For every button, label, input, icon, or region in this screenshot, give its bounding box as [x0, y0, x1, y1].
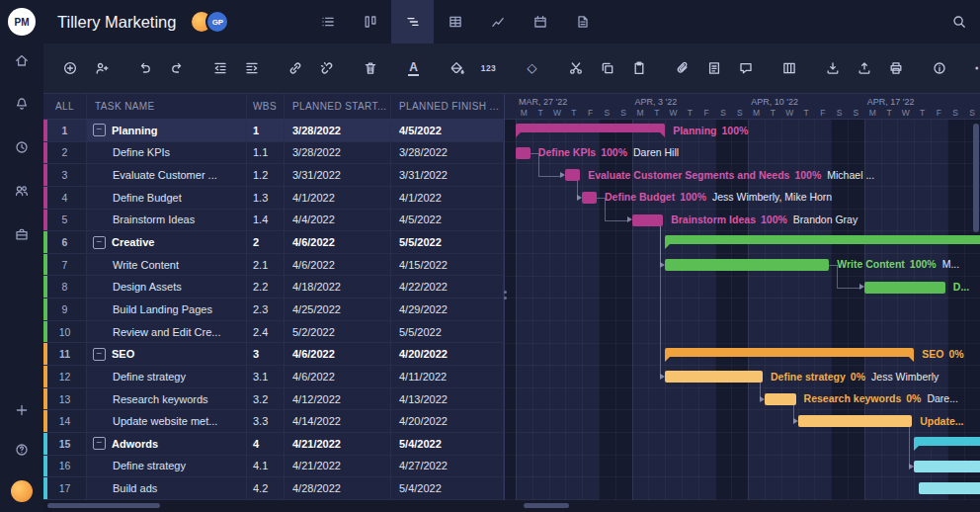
columns-button[interactable]	[780, 59, 797, 77]
task-name-cell[interactable]: Design Assets	[87, 276, 247, 298]
bell-icon[interactable]	[13, 95, 31, 113]
task-name-cell[interactable]: Define strategy	[87, 456, 247, 477]
outdent-button[interactable]	[211, 59, 228, 77]
table-row[interactable]: 7Write Content2.14/6/20224/15/2022	[43, 254, 504, 277]
planned-finish-cell[interactable]: 4/11/2022	[391, 366, 504, 387]
pm-logo[interactable]: PM	[8, 8, 36, 36]
wbs-cell[interactable]: 4.1	[247, 456, 285, 477]
tab-chart-view[interactable]	[476, 0, 519, 43]
table-row[interactable]: 4Define Budget1.34/1/20224/1/2022	[43, 187, 504, 210]
task-name-cell[interactable]: Define Budget	[87, 187, 247, 209]
table-row[interactable]: 12Define strategy3.14/6/20224/11/2022	[43, 366, 504, 388]
task-name-cell[interactable]: Research keywords	[87, 388, 247, 410]
import-button[interactable]	[824, 59, 841, 77]
planned-finish-cell[interactable]: 4/15/2022	[391, 254, 504, 276]
planned-start-cell[interactable]: 4/21/2022	[285, 456, 391, 477]
avatar-gp[interactable]: GP	[205, 10, 229, 34]
planned-start-cell[interactable]: 4/14/2022	[285, 410, 391, 432]
task-name-cell[interactable]: Build ads	[87, 477, 247, 499]
planned-start-cell[interactable]: 4/25/2022	[285, 299, 391, 320]
user-avatar[interactable]	[11, 480, 33, 502]
table-row[interactable]: 2Define KPIs1.13/28/20223/28/2022	[43, 142, 504, 165]
planned-finish-cell[interactable]: 5/5/2022	[391, 321, 504, 343]
textcolor-button[interactable]: A	[405, 59, 422, 77]
gantt-bar-row-3[interactable]	[565, 169, 580, 181]
wbs-cell[interactable]: 2.1	[247, 254, 285, 276]
collapse-icon[interactable]: −	[93, 236, 106, 249]
planned-finish-cell[interactable]: 3/28/2022	[391, 142, 504, 164]
table-row[interactable]: 9Build Landing Pages2.34/25/20224/29/202…	[43, 299, 504, 321]
table-row[interactable]: 11−SEO34/6/20224/20/2022	[43, 343, 504, 366]
planned-finish-cell[interactable]: 3/31/2022	[391, 164, 504, 186]
gantt-bar-row-17[interactable]	[919, 482, 980, 494]
wbs-cell[interactable]: 3.3	[247, 410, 285, 432]
header-all[interactable]: ALL	[43, 94, 87, 119]
table-row[interactable]: 5Brainstorm Ideas1.44/4/20224/5/2022	[43, 210, 504, 232]
wbs-cell[interactable]: 2	[247, 231, 285, 253]
header-planned-finish[interactable]: PLANNED FINISH ...	[391, 94, 504, 119]
table-row[interactable]: 1−Planning13/28/20224/5/2022	[43, 120, 504, 142]
wbs-cell[interactable]: 3.1	[247, 366, 285, 387]
wbs-cell[interactable]: 2.2	[247, 276, 285, 298]
bucket-button[interactable]	[449, 59, 465, 77]
plus-icon[interactable]	[13, 401, 31, 419]
trash-button[interactable]	[362, 59, 378, 77]
planned-start-cell[interactable]: 4/18/2022	[285, 276, 391, 298]
wbs-cell[interactable]: 2.3	[247, 299, 285, 320]
indent-button[interactable]	[243, 59, 260, 77]
header-task-name[interactable]: TASK NAME	[87, 94, 247, 119]
planned-finish-cell[interactable]: 4/22/2022	[391, 276, 504, 298]
gantt-bar-row-5[interactable]	[632, 214, 664, 226]
planned-start-cell[interactable]: 3/28/2022	[285, 142, 391, 164]
unlink-button[interactable]	[318, 59, 335, 77]
planned-start-cell[interactable]: 4/6/2022	[285, 366, 391, 387]
planned-start-cell[interactable]: 3/31/2022	[285, 164, 391, 186]
search-icon[interactable]	[950, 13, 968, 31]
planned-finish-cell[interactable]: 4/5/2022	[391, 210, 504, 231]
planned-start-cell[interactable]: 3/28/2022	[285, 120, 391, 141]
planned-finish-cell[interactable]: 4/1/2022	[391, 187, 504, 209]
gantt-bar-row-4[interactable]	[582, 192, 597, 204]
table-row[interactable]: 16Define strategy4.14/21/20224/27/2022	[43, 456, 504, 478]
planned-finish-cell[interactable]: 4/20/2022	[391, 343, 504, 365]
comment-button[interactable]	[737, 59, 754, 77]
tab-calendar-view[interactable]	[519, 0, 561, 43]
planned-start-cell[interactable]: 4/6/2022	[285, 343, 391, 365]
planned-finish-cell[interactable]: 5/4/2022	[391, 433, 504, 455]
header-planned-start[interactable]: PLANNED START...	[285, 94, 391, 119]
copy-button[interactable]	[599, 59, 615, 77]
n123-button[interactable]: 123	[480, 59, 497, 77]
gantt-bar-row-15[interactable]	[914, 437, 980, 446]
wbs-cell[interactable]: 2.4	[247, 321, 285, 343]
task-name-cell[interactable]: Brainstorm Ideas	[87, 210, 247, 231]
table-row[interactable]: 13Research keywords3.24/12/20224/13/2022	[43, 388, 504, 411]
planned-start-cell[interactable]: 5/2/2022	[285, 321, 391, 343]
collapse-icon[interactable]: −	[93, 348, 106, 361]
home-icon[interactable]	[13, 51, 31, 69]
table-row[interactable]: 8Design Assets2.24/18/20224/22/2022	[43, 276, 504, 299]
assign-button[interactable]	[93, 59, 110, 77]
wbs-cell[interactable]: 1.2	[247, 164, 285, 186]
wbs-cell[interactable]: 1.1	[247, 142, 285, 164]
gantt-bar-row-14[interactable]	[798, 415, 913, 427]
header-wbs[interactable]: WBS	[247, 94, 285, 119]
info-button[interactable]	[931, 59, 947, 77]
undo-button[interactable]	[136, 59, 153, 77]
gantt-bar-row-16[interactable]	[914, 461, 980, 472]
task-name-cell[interactable]: −Planning	[87, 120, 247, 141]
gantt-bar-row-13[interactable]	[765, 393, 796, 405]
gantt-bar-row-1[interactable]	[516, 124, 665, 132]
task-name-cell[interactable]: Define strategy	[87, 366, 247, 387]
print-button[interactable]	[887, 59, 904, 77]
table-row[interactable]: 14Update website met...3.34/14/20224/20/…	[43, 410, 504, 433]
task-name-cell[interactable]: Define KPIs	[87, 142, 247, 164]
redo-button[interactable]	[168, 59, 185, 77]
tab-gantt-view[interactable]	[391, 0, 434, 43]
grid-hscroll-thumb[interactable]	[47, 503, 160, 508]
tab-list-view[interactable]	[306, 0, 349, 43]
planned-start-cell[interactable]: 4/6/2022	[285, 254, 391, 276]
gantt-hscroll-thumb[interactable]	[524, 503, 569, 508]
planned-start-cell[interactable]: 4/4/2022	[285, 210, 391, 231]
planned-finish-cell[interactable]: 4/5/2022	[391, 120, 504, 141]
planned-finish-cell[interactable]: 5/5/2022	[391, 231, 504, 253]
